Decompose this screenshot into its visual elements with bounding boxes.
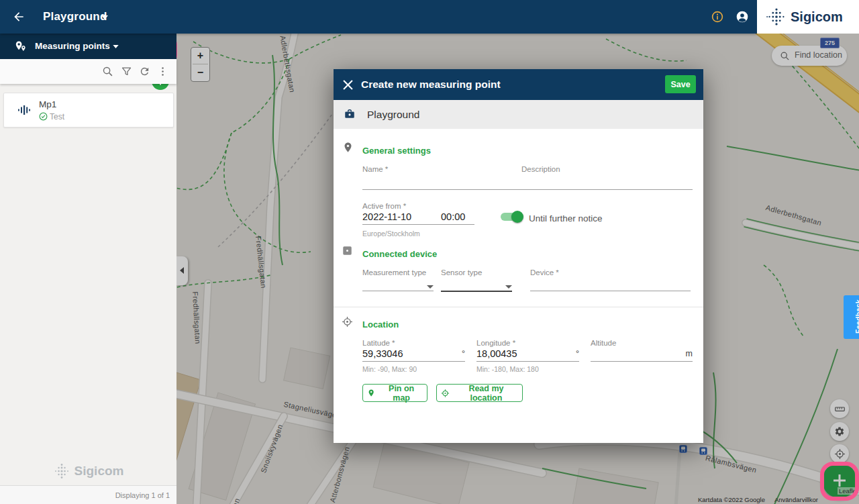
chevron-down-icon[interactable] <box>505 285 512 289</box>
page-title[interactable]: Playground <box>43 0 107 34</box>
search-icon[interactable] <box>102 66 113 77</box>
section-location: Location <box>362 319 399 330</box>
sensor-type-label: Sensor type <box>441 268 482 276</box>
chevron-down-icon[interactable] <box>427 285 434 289</box>
place-icon <box>367 389 375 397</box>
longitude-field-wrap: ° <box>476 347 579 362</box>
section-connected-device: Connected device <box>362 249 437 259</box>
pin-on-map-label: Pin on map <box>380 384 423 403</box>
latitude-hint: Min: -90, Max: 90 <box>362 365 417 373</box>
description-field[interactable] <box>521 175 693 190</box>
list-count: Displaying 1 of 1 <box>115 491 170 499</box>
save-button[interactable]: Save <box>665 75 696 93</box>
read-my-location-button[interactable]: Read my location <box>436 384 523 402</box>
measurement-type-select[interactable] <box>362 276 434 291</box>
account-icon[interactable] <box>736 10 749 23</box>
meters-suffix: m <box>686 349 693 358</box>
altitude-field[interactable] <box>591 347 678 361</box>
until-further-notice-label: Until further notice <box>529 213 603 223</box>
measuring-point-name: Mp1 <box>39 99 56 109</box>
read-my-location-label: Read my location <box>454 384 518 403</box>
device-icon <box>342 246 352 256</box>
latitude-label: Latitude * <box>362 339 395 347</box>
chevron-down-icon[interactable] <box>101 15 108 19</box>
footer-brand-name: Sigicom <box>74 464 124 478</box>
sidebar-footer: Displaying 1 of 1 <box>0 485 176 504</box>
top-navbar: Playground <box>0 0 757 34</box>
sidebar-title[interactable]: Measuring points <box>35 34 110 59</box>
device-label: Device * <box>530 268 559 276</box>
feedback-label: Feedback <box>854 299 859 334</box>
filter-icon[interactable] <box>121 66 132 77</box>
modal-header: Create new measuring point Save <box>334 69 703 100</box>
more-options-icon[interactable] <box>157 66 168 77</box>
check-circle-icon <box>39 112 48 121</box>
brand-name: Sigicom <box>791 9 843 25</box>
sidebar-footer-logo: Sigicom <box>0 456 176 485</box>
device-field[interactable] <box>530 276 691 291</box>
modal-title: Create new measuring point <box>361 69 501 100</box>
degree-suffix: ° <box>576 349 579 358</box>
latitude-field-wrap: ° <box>362 347 465 362</box>
sigicom-logo-icon <box>53 462 70 480</box>
altitude-label: Altitude <box>591 339 616 347</box>
altitude-field-wrap: m <box>591 347 693 362</box>
create-measuring-point-modal: Create new measuring point Save Playgrou… <box>334 69 703 443</box>
active-from-date-field[interactable] <box>362 210 444 225</box>
sigicom-logo-icon <box>766 7 787 27</box>
project-name: Playground <box>367 100 419 129</box>
list-item-mp1[interactable]: Mp1 Test <box>3 93 174 128</box>
gps-crosshair-icon <box>342 316 353 327</box>
sidebar-header: Measuring points <box>0 34 176 59</box>
brand-logo: Sigicom <box>757 0 859 34</box>
chevron-down-icon[interactable] <box>113 45 119 48</box>
refresh-icon[interactable] <box>139 66 150 77</box>
measuring-point-status: Test <box>50 112 64 121</box>
waveform-icon <box>17 104 32 116</box>
longitude-field[interactable] <box>476 347 567 361</box>
info-icon[interactable] <box>711 11 723 23</box>
place-icon <box>342 142 354 153</box>
back-arrow-icon[interactable] <box>12 10 26 23</box>
gps-crosshair-icon <box>441 389 450 398</box>
measuring-points-list: Mp1 Test <box>0 84 176 485</box>
active-from-time-field[interactable] <box>441 210 474 225</box>
description-label: Description <box>521 165 560 173</box>
longitude-hint: Min: -180, Max: 180 <box>476 365 539 373</box>
sidebar-toolbar <box>0 59 176 84</box>
section-general-settings: General settings <box>362 146 431 156</box>
feedback-tab[interactable]: Feedback <box>844 295 859 339</box>
name-field[interactable] <box>362 175 521 190</box>
active-from-label: Active from * <box>362 202 406 210</box>
latitude-field[interactable] <box>362 347 453 361</box>
close-icon[interactable] <box>343 80 353 90</box>
longitude-label: Longitude * <box>476 339 515 347</box>
measuring-points-icon <box>14 40 27 53</box>
app-window: Adlerbethsgatan Adlerbethsgatan Fredhäll… <box>0 0 859 504</box>
timezone-hint: Europe/Stockholm <box>362 230 420 238</box>
sensor-type-select[interactable] <box>441 276 512 292</box>
until-further-notice-toggle[interactable] <box>499 211 523 223</box>
name-label: Name * <box>362 165 388 173</box>
project-row: Playground <box>334 100 703 129</box>
briefcase-icon <box>344 108 356 120</box>
degree-suffix: ° <box>462 349 465 358</box>
pin-on-map-button[interactable]: Pin on map <box>362 384 427 402</box>
measurement-type-label: Measurement type <box>362 268 426 276</box>
